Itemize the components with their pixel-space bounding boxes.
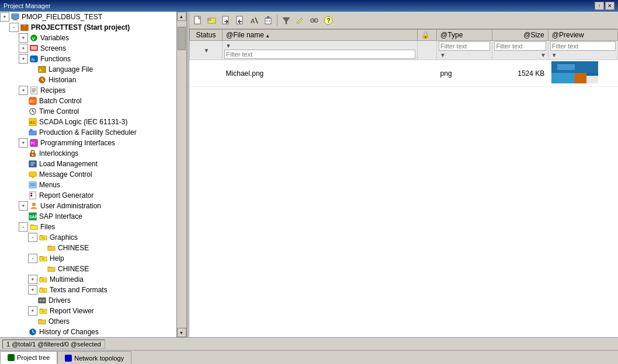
filter-preview-cell: ▼ [548, 41, 617, 60]
col-lock[interactable]: 🔒 [417, 30, 436, 41]
filter-btn[interactable] [280, 14, 293, 27]
tree-item[interactable]: -Files [0, 222, 176, 232]
open-btn[interactable] [206, 14, 218, 27]
tree-item[interactable]: IECSCADA Logic (IEC 61131-3) [0, 117, 176, 127]
link-btn[interactable] [308, 14, 321, 27]
tree-item[interactable]: +PIProgramming Interfaces [0, 138, 176, 148]
tab-network-topology[interactable]: Network topology [57, 351, 131, 364]
tree-expander[interactable]: + [19, 201, 28, 211]
import-btn[interactable] [220, 14, 232, 27]
tree-expander[interactable]: + [28, 275, 37, 284]
filter-filename-toggle[interactable]: ▼ [225, 43, 231, 49]
sap-icon: SAP [28, 212, 37, 221]
svg-rect-70 [208, 19, 211, 20]
tree-item-label: SCADA Logic (IEC 61131-3) [39, 118, 127, 126]
help-btn[interactable]: ? [322, 14, 335, 27]
filter-type-input[interactable] [439, 41, 490, 51]
col-preview[interactable]: @Preview [548, 30, 617, 41]
filter-size-input[interactable] [494, 41, 546, 51]
col-size[interactable]: @Size [492, 30, 548, 41]
tree-item[interactable]: Menus [0, 180, 176, 190]
tree-item[interactable]: CHINESE [0, 264, 176, 274]
tree-item[interactable]: -Graphics [0, 232, 176, 243]
file-preview [548, 60, 617, 87]
filter-filename-input[interactable] [224, 50, 415, 59]
tree-expander[interactable]: + [19, 138, 28, 148]
tree-item[interactable]: -Help [0, 253, 176, 264]
filter-status-icon[interactable]: ▼ [204, 47, 210, 54]
tree-item[interactable]: +Multimedia [0, 274, 176, 285]
tree-item[interactable]: Historian [0, 75, 176, 85]
tree-expander[interactable]: - [28, 254, 37, 263]
tree-expander[interactable]: + [19, 86, 28, 95]
svg-rect-36 [29, 172, 36, 177]
filter-type-toggle[interactable]: ▼ [440, 52, 446, 58]
delete-file-btn[interactable] [262, 14, 275, 27]
tree-item[interactable]: +VVariables [0, 33, 176, 43]
pin-btn[interactable]: ↑ [595, 2, 604, 10]
col-status[interactable]: Status [190, 30, 223, 41]
filter-preview-input[interactable] [550, 41, 616, 51]
tree-item-label: Multimedia [50, 275, 84, 284]
tree-item[interactable]: Time Control [0, 106, 176, 117]
svg-rect-41 [30, 192, 36, 199]
tree-item[interactable]: Report Generator [0, 190, 176, 201]
tree-expander[interactable]: + [19, 54, 28, 64]
tree-scroll-thumb[interactable] [178, 27, 186, 50]
close-btn[interactable]: ✕ [605, 2, 614, 10]
edit-btn[interactable] [294, 14, 307, 27]
tree-item[interactable]: BCBatch Control [0, 96, 176, 106]
svg-rect-8 [31, 46, 37, 50]
col-type[interactable]: @Type [437, 30, 492, 41]
rename-btn[interactable]: A [248, 14, 261, 27]
filter-preview-toggle[interactable]: ▼ [551, 52, 557, 58]
tree-expander[interactable]: + [19, 33, 28, 43]
tree-item[interactable]: +Report Viewer [0, 306, 176, 316]
tree-item[interactable]: +PMOP_FIELDBUS_TEST [0, 12, 176, 22]
tree-expander[interactable]: + [28, 285, 37, 295]
tree-item[interactable]: CHINESE [0, 243, 176, 253]
tab-project-tree[interactable]: Project tree [0, 351, 57, 364]
tree-expander[interactable]: + [28, 306, 37, 316]
tree-expander[interactable]: + [0, 12, 9, 22]
new-btn[interactable] [192, 14, 204, 27]
title-bar-buttons: ↑ ✕ [595, 2, 614, 10]
tree-item[interactable]: SAPSAP Interface [0, 211, 176, 222]
col-filename[interactable]: @File name [223, 30, 418, 41]
tree-scroll-up[interactable]: ▲ [177, 12, 186, 21]
filter-status[interactable]: ▼ [190, 41, 223, 60]
tree-item[interactable]: ALanguage File [0, 64, 176, 75]
svg-rect-50 [41, 289, 44, 292]
tree-item[interactable]: Interlockings [0, 148, 176, 159]
tree-item[interactable]: Others [0, 316, 176, 327]
tree-item[interactable]: +Screens [0, 43, 176, 54]
tab-network-icon [65, 355, 72, 362]
table-row[interactable]: Michael.png png 1524 KB [190, 60, 618, 87]
tree-item[interactable]: +User Administration [0, 201, 176, 211]
tree-item[interactable]: +Recipes [0, 85, 176, 96]
user-icon [29, 201, 39, 211]
tree-expander[interactable]: - [28, 233, 37, 242]
tree-expander[interactable]: + [19, 44, 28, 53]
tree-item[interactable]: Production & Facility Scheduler [0, 127, 176, 138]
tree-item[interactable]: Message Control [0, 169, 176, 180]
folder2-icon [39, 233, 48, 242]
filter-size-toggle[interactable]: ▼ [540, 52, 546, 58]
msg-icon [28, 170, 37, 179]
tree-item-label: CHINESE [58, 244, 89, 252]
export-btn[interactable] [234, 14, 246, 27]
tree-item[interactable]: Drivers [0, 295, 176, 306]
svg-rect-47 [41, 237, 44, 239]
tree-item[interactable]: +fxFunctions [0, 54, 176, 64]
tree-item[interactable]: +Texts and Formats [0, 285, 176, 295]
tree-expander[interactable]: - [9, 23, 19, 32]
tree-item[interactable]: History of Changes [0, 327, 176, 337]
folder2-icon [39, 254, 48, 263]
computer-icon [11, 12, 20, 22]
tree-item[interactable]: Load Management [0, 159, 176, 169]
tree-item[interactable]: -PROJECTTEST (Start project) [0, 22, 176, 33]
tree-expander[interactable]: - [19, 222, 28, 232]
recipe-icon [29, 86, 39, 95]
folder3-icon [37, 317, 47, 326]
tree-scroll-down[interactable]: ▼ [177, 328, 186, 337]
